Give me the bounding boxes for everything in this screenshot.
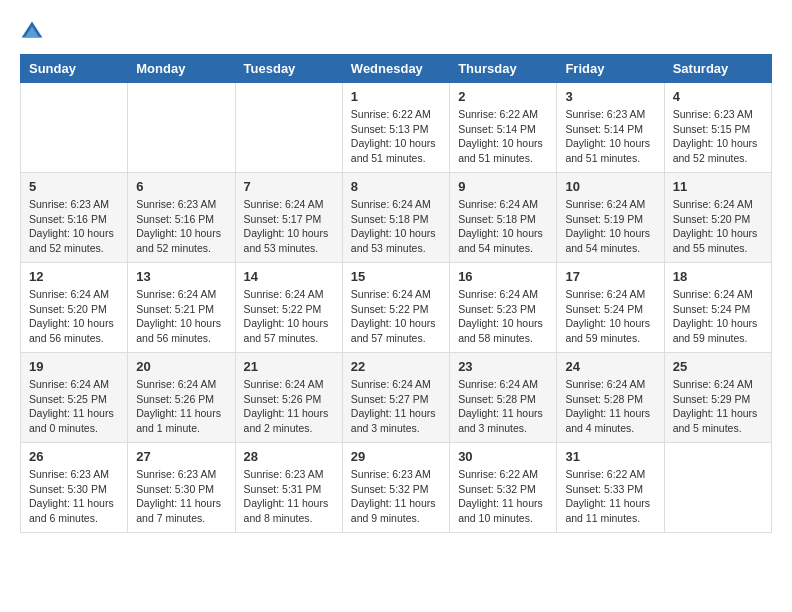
day-number: 30 [458, 449, 548, 464]
weekday-header-friday: Friday [557, 55, 664, 83]
day-info: Sunrise: 6:23 AMSunset: 5:14 PMDaylight:… [565, 107, 655, 166]
day-number: 17 [565, 269, 655, 284]
day-number: 31 [565, 449, 655, 464]
weekday-header-row: SundayMondayTuesdayWednesdayThursdayFrid… [21, 55, 772, 83]
day-number: 4 [673, 89, 763, 104]
day-number: 12 [29, 269, 119, 284]
calendar-day-16: 16Sunrise: 6:24 AMSunset: 5:23 PMDayligh… [450, 263, 557, 353]
day-info: Sunrise: 6:24 AMSunset: 5:19 PMDaylight:… [565, 197, 655, 256]
day-number: 29 [351, 449, 441, 464]
weekday-header-saturday: Saturday [664, 55, 771, 83]
calendar-empty-cell [235, 83, 342, 173]
calendar-week-2: 5Sunrise: 6:23 AMSunset: 5:16 PMDaylight… [21, 173, 772, 263]
calendar-week-4: 19Sunrise: 6:24 AMSunset: 5:25 PMDayligh… [21, 353, 772, 443]
calendar-day-23: 23Sunrise: 6:24 AMSunset: 5:28 PMDayligh… [450, 353, 557, 443]
day-number: 19 [29, 359, 119, 374]
day-number: 1 [351, 89, 441, 104]
day-number: 27 [136, 449, 226, 464]
day-info: Sunrise: 6:22 AMSunset: 5:33 PMDaylight:… [565, 467, 655, 526]
calendar-day-14: 14Sunrise: 6:24 AMSunset: 5:22 PMDayligh… [235, 263, 342, 353]
day-number: 28 [244, 449, 334, 464]
day-number: 6 [136, 179, 226, 194]
day-number: 5 [29, 179, 119, 194]
day-number: 24 [565, 359, 655, 374]
day-info: Sunrise: 6:24 AMSunset: 5:20 PMDaylight:… [673, 197, 763, 256]
calendar-day-18: 18Sunrise: 6:24 AMSunset: 5:24 PMDayligh… [664, 263, 771, 353]
day-info: Sunrise: 6:24 AMSunset: 5:23 PMDaylight:… [458, 287, 548, 346]
calendar-day-11: 11Sunrise: 6:24 AMSunset: 5:20 PMDayligh… [664, 173, 771, 263]
day-number: 21 [244, 359, 334, 374]
day-info: Sunrise: 6:23 AMSunset: 5:32 PMDaylight:… [351, 467, 441, 526]
calendar-day-3: 3Sunrise: 6:23 AMSunset: 5:14 PMDaylight… [557, 83, 664, 173]
day-number: 20 [136, 359, 226, 374]
calendar-day-30: 30Sunrise: 6:22 AMSunset: 5:32 PMDayligh… [450, 443, 557, 533]
day-info: Sunrise: 6:22 AMSunset: 5:32 PMDaylight:… [458, 467, 548, 526]
calendar-day-21: 21Sunrise: 6:24 AMSunset: 5:26 PMDayligh… [235, 353, 342, 443]
day-info: Sunrise: 6:24 AMSunset: 5:26 PMDaylight:… [136, 377, 226, 436]
header [20, 20, 772, 44]
day-info: Sunrise: 6:23 AMSunset: 5:16 PMDaylight:… [29, 197, 119, 256]
calendar-day-17: 17Sunrise: 6:24 AMSunset: 5:24 PMDayligh… [557, 263, 664, 353]
day-info: Sunrise: 6:24 AMSunset: 5:21 PMDaylight:… [136, 287, 226, 346]
calendar-table: SundayMondayTuesdayWednesdayThursdayFrid… [20, 54, 772, 533]
day-number: 18 [673, 269, 763, 284]
day-number: 22 [351, 359, 441, 374]
day-number: 10 [565, 179, 655, 194]
logo [20, 20, 48, 44]
calendar-day-25: 25Sunrise: 6:24 AMSunset: 5:29 PMDayligh… [664, 353, 771, 443]
calendar-day-5: 5Sunrise: 6:23 AMSunset: 5:16 PMDaylight… [21, 173, 128, 263]
day-number: 14 [244, 269, 334, 284]
calendar-day-20: 20Sunrise: 6:24 AMSunset: 5:26 PMDayligh… [128, 353, 235, 443]
day-info: Sunrise: 6:24 AMSunset: 5:29 PMDaylight:… [673, 377, 763, 436]
logo-icon [20, 20, 44, 44]
day-number: 7 [244, 179, 334, 194]
weekday-header-thursday: Thursday [450, 55, 557, 83]
weekday-header-wednesday: Wednesday [342, 55, 449, 83]
day-info: Sunrise: 6:24 AMSunset: 5:27 PMDaylight:… [351, 377, 441, 436]
day-number: 2 [458, 89, 548, 104]
calendar-day-28: 28Sunrise: 6:23 AMSunset: 5:31 PMDayligh… [235, 443, 342, 533]
day-info: Sunrise: 6:24 AMSunset: 5:26 PMDaylight:… [244, 377, 334, 436]
calendar-week-1: 1Sunrise: 6:22 AMSunset: 5:13 PMDaylight… [21, 83, 772, 173]
calendar-day-2: 2Sunrise: 6:22 AMSunset: 5:14 PMDaylight… [450, 83, 557, 173]
day-number: 3 [565, 89, 655, 104]
weekday-header-monday: Monday [128, 55, 235, 83]
day-info: Sunrise: 6:23 AMSunset: 5:15 PMDaylight:… [673, 107, 763, 166]
day-info: Sunrise: 6:24 AMSunset: 5:17 PMDaylight:… [244, 197, 334, 256]
day-number: 25 [673, 359, 763, 374]
calendar-week-3: 12Sunrise: 6:24 AMSunset: 5:20 PMDayligh… [21, 263, 772, 353]
day-info: Sunrise: 6:24 AMSunset: 5:18 PMDaylight:… [351, 197, 441, 256]
day-info: Sunrise: 6:23 AMSunset: 5:30 PMDaylight:… [29, 467, 119, 526]
calendar-day-13: 13Sunrise: 6:24 AMSunset: 5:21 PMDayligh… [128, 263, 235, 353]
calendar-week-5: 26Sunrise: 6:23 AMSunset: 5:30 PMDayligh… [21, 443, 772, 533]
calendar-day-8: 8Sunrise: 6:24 AMSunset: 5:18 PMDaylight… [342, 173, 449, 263]
calendar-day-31: 31Sunrise: 6:22 AMSunset: 5:33 PMDayligh… [557, 443, 664, 533]
day-number: 16 [458, 269, 548, 284]
calendar-day-6: 6Sunrise: 6:23 AMSunset: 5:16 PMDaylight… [128, 173, 235, 263]
day-info: Sunrise: 6:23 AMSunset: 5:16 PMDaylight:… [136, 197, 226, 256]
day-info: Sunrise: 6:24 AMSunset: 5:24 PMDaylight:… [565, 287, 655, 346]
day-number: 15 [351, 269, 441, 284]
day-info: Sunrise: 6:23 AMSunset: 5:31 PMDaylight:… [244, 467, 334, 526]
weekday-header-sunday: Sunday [21, 55, 128, 83]
day-info: Sunrise: 6:24 AMSunset: 5:28 PMDaylight:… [458, 377, 548, 436]
calendar-day-4: 4Sunrise: 6:23 AMSunset: 5:15 PMDaylight… [664, 83, 771, 173]
day-number: 23 [458, 359, 548, 374]
calendar-day-26: 26Sunrise: 6:23 AMSunset: 5:30 PMDayligh… [21, 443, 128, 533]
day-number: 11 [673, 179, 763, 194]
calendar-day-24: 24Sunrise: 6:24 AMSunset: 5:28 PMDayligh… [557, 353, 664, 443]
calendar-empty-cell [664, 443, 771, 533]
day-info: Sunrise: 6:24 AMSunset: 5:20 PMDaylight:… [29, 287, 119, 346]
day-number: 8 [351, 179, 441, 194]
calendar-day-10: 10Sunrise: 6:24 AMSunset: 5:19 PMDayligh… [557, 173, 664, 263]
day-info: Sunrise: 6:24 AMSunset: 5:28 PMDaylight:… [565, 377, 655, 436]
calendar-day-29: 29Sunrise: 6:23 AMSunset: 5:32 PMDayligh… [342, 443, 449, 533]
calendar-day-22: 22Sunrise: 6:24 AMSunset: 5:27 PMDayligh… [342, 353, 449, 443]
day-number: 9 [458, 179, 548, 194]
day-info: Sunrise: 6:24 AMSunset: 5:24 PMDaylight:… [673, 287, 763, 346]
calendar-day-15: 15Sunrise: 6:24 AMSunset: 5:22 PMDayligh… [342, 263, 449, 353]
calendar-day-9: 9Sunrise: 6:24 AMSunset: 5:18 PMDaylight… [450, 173, 557, 263]
calendar-day-1: 1Sunrise: 6:22 AMSunset: 5:13 PMDaylight… [342, 83, 449, 173]
calendar-day-12: 12Sunrise: 6:24 AMSunset: 5:20 PMDayligh… [21, 263, 128, 353]
day-info: Sunrise: 6:23 AMSunset: 5:30 PMDaylight:… [136, 467, 226, 526]
